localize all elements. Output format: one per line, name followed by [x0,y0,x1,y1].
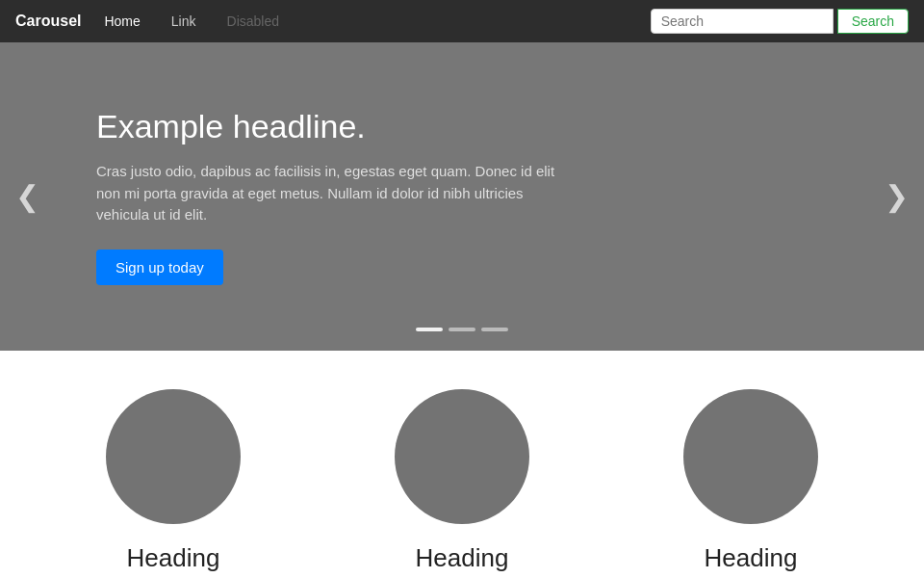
nav-link-home[interactable]: Home [96,10,147,33]
carousel-headline: Example headline. [96,108,578,145]
card-1-heading: Heading [48,543,298,573]
nav-link-disabled: Disabled [219,10,287,33]
card-1: Heading Donec sed odio dui. Etiam porta … [48,389,298,578]
navbar: Carousel Home Link Disabled Search [0,0,924,42]
content-section: Heading Donec sed odio dui. Etiam porta … [0,351,924,578]
carousel-next-button[interactable]: ❯ [869,182,924,211]
navbar-brand[interactable]: Carousel [15,13,81,30]
search-input[interactable] [651,9,834,34]
carousel: ❮ Example headline. Cras justo odio, dap… [0,42,924,351]
card-2: Heading Duis mollis, est non commodo luc… [337,389,587,578]
card-3: Heading Donec sed odio dui. Cras justo o… [626,389,876,578]
card-2-heading: Heading [337,543,587,573]
carousel-text: Cras justo odio, dapibus ac facilisis in… [96,161,578,226]
carousel-prev-button[interactable]: ❮ [0,182,55,211]
card-2-image [395,389,529,524]
search-button[interactable]: Search [837,9,909,34]
carousel-dot-3[interactable] [481,328,508,331]
carousel-indicators [416,328,508,331]
search-form: Search [651,9,909,34]
carousel-cta-button[interactable]: Sign up today [96,250,223,285]
card-1-image [106,389,241,524]
carousel-dot-1[interactable] [416,328,443,331]
card-3-heading: Heading [626,543,876,573]
nav-link-link[interactable]: Link [164,10,204,33]
carousel-dot-2[interactable] [449,328,475,331]
card-3-image [683,389,818,524]
carousel-content: Example headline. Cras justo odio, dapib… [0,108,674,285]
